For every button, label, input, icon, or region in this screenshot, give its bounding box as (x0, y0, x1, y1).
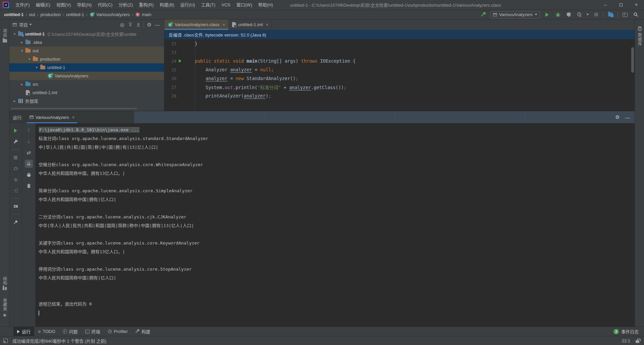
menu-item-4[interactable]: 代码(C) (95, 0, 115, 10)
menu-item-3[interactable]: 导航(N) (74, 0, 95, 10)
close-icon[interactable]: × (72, 115, 75, 120)
coverage-button[interactable] (565, 11, 572, 18)
profiler-chevron-icon[interactable] (586, 14, 589, 15)
bottom-bar-item-构建[interactable]: 构建 (131, 327, 154, 336)
rerun-button[interactable] (12, 127, 20, 135)
run-tab[interactable]: VariousAnalyzers × (27, 111, 77, 123)
chevron-expanded-icon[interactable]: ▾ (19, 49, 25, 53)
horizontal-scrollbar[interactable] (11, 108, 137, 109)
bottom-bar-item-运行[interactable]: 运行 (13, 327, 34, 336)
menu-item-9[interactable]: 工具(T) (198, 0, 218, 10)
tool-window-toggle-icon[interactable] (3, 339, 8, 343)
editor-tab-VariousAnalyzers.class[interactable]: VariousAnalyzers.class× (164, 19, 229, 30)
run-button[interactable] (543, 11, 551, 18)
dump-threads-button[interactable] (12, 164, 20, 172)
breadcrumb-item-untitled-1[interactable]: untitled-1 (4, 12, 24, 17)
menu-item-0[interactable]: 文件(F) (12, 0, 33, 10)
project-structure-icon[interactable] (607, 11, 614, 18)
settings-gear-icon[interactable]: ⚙ (145, 21, 153, 28)
code-line-26: 26 analyzer = new StandardAnalyzer(); (164, 74, 635, 83)
menu-item-5[interactable]: 分析(Z) (115, 0, 136, 10)
close-button[interactable]: × (629, 0, 644, 10)
tree-row-外部库[interactable]: ▸外部库 (9, 97, 164, 105)
edit-configuration-button[interactable] (12, 138, 20, 146)
chevron-collapsed-icon[interactable]: ▸ (12, 99, 17, 103)
bottom-bar-item-终端[interactable]: >_终端 (82, 327, 104, 336)
console-output[interactable]: F:\java8\jdk1.8.0_181\bin\java.exe ...标准… (36, 123, 635, 327)
print-button[interactable] (25, 171, 33, 179)
stripe-tab-database[interactable]: 数据库 (635, 26, 644, 46)
menu-item-11[interactable]: 窗口(W) (233, 0, 255, 10)
tree-row-out[interactable]: ▾out (9, 47, 164, 55)
stop-button[interactable] (592, 11, 600, 18)
tree-label: src (33, 82, 38, 87)
tree-row-src[interactable]: ▸src (9, 80, 164, 88)
tree-row-untitled-1[interactable]: ▾untitled-1 (9, 63, 164, 72)
editor-scrollbar[interactable] (631, 47, 634, 73)
chevron-down-icon[interactable] (29, 24, 32, 25)
chevron-collapsed-icon[interactable]: ▸ (19, 40, 25, 45)
caret-position[interactable]: 22:1 (622, 338, 630, 343)
hide-panel-icon[interactable]: — (153, 21, 161, 28)
menu-item-6[interactable]: 重构(R) (136, 0, 157, 10)
stripe-tab-structure[interactable]: 结构 (0, 277, 9, 290)
profiler-button[interactable] (576, 11, 583, 18)
chevron-collapsed-icon[interactable]: ▸ (19, 82, 25, 86)
editor-tab-untitled-1.iml[interactable]: untitled-1.iml× (229, 19, 272, 30)
stripe-tab-project[interactable]: 项目 (0, 29, 9, 43)
unlock-icon[interactable] (636, 340, 639, 343)
restart-debug-button[interactable] (12, 176, 20, 184)
exit-button[interactable] (12, 187, 20, 195)
run-configuration-select[interactable]: VariousAnalyzers (490, 11, 540, 18)
close-icon[interactable]: × (222, 22, 225, 27)
layout-settings-button[interactable] (12, 202, 20, 210)
menu-item-10[interactable]: VCS (218, 0, 233, 10)
tree-row-VariousAnalyzers[interactable]: VariousAnalyzers (9, 72, 164, 80)
soft-wrap-button[interactable]: ⇄ (25, 149, 33, 157)
maximize-button[interactable] (613, 0, 629, 10)
menu-item-1[interactable]: 编辑(E) (33, 0, 53, 10)
menu-bar: 文件(F)编辑(E)视图(V)导航(N)代码(C)分析(Z)重构(R)构建(B)… (12, 0, 276, 10)
settings-gear-icon[interactable]: ⚙ (614, 114, 621, 120)
minimize-button[interactable]: – (598, 0, 613, 10)
tree-row-.idea[interactable]: ▸.idea (9, 38, 164, 47)
breadcrumb-item-out[interactable]: out (29, 12, 35, 17)
bottom-bar-item-TODO[interactable]: ≡TODO (34, 327, 59, 336)
tree-row-untitled-1.iml[interactable]: untitled-1.iml (9, 88, 164, 97)
breadcrumb-item-main[interactable]: main (135, 12, 151, 17)
build-hammer-icon[interactable] (480, 11, 487, 18)
breadcrumb-item-untitled-1[interactable]: untitled-1 (66, 12, 84, 17)
breadcrumb-item-production[interactable]: production (41, 12, 61, 17)
run-anything-button[interactable] (621, 11, 629, 18)
hide-panel-icon[interactable]: — (624, 115, 631, 120)
stop-button-disabled[interactable] (12, 153, 20, 161)
breadcrumb-item-VariousAnalyzers[interactable]: VariousAnalyzers (90, 12, 130, 17)
menu-item-12[interactable]: 帮助(H) (255, 0, 276, 10)
menu-item-7[interactable]: 构建(B) (157, 0, 177, 10)
expand-all-icon[interactable] (126, 21, 134, 28)
search-everywhere-button[interactable] (632, 11, 639, 18)
chevron-expanded-icon[interactable]: ▾ (34, 65, 40, 70)
down-stacktrace-button[interactable]: ↓ (25, 138, 33, 146)
up-stacktrace-button[interactable]: ↑ (25, 127, 33, 135)
locate-file-icon[interactable]: ◎ (118, 21, 126, 28)
event-log-button[interactable]: 3 事件日志 (613, 327, 644, 336)
clear-console-button[interactable] (25, 182, 33, 190)
bottom-bar-item-问题[interactable]: !问题 (59, 327, 82, 336)
debug-button[interactable] (554, 11, 561, 18)
chevron-expanded-icon[interactable]: ▾ (26, 57, 32, 61)
close-icon[interactable]: × (266, 22, 269, 27)
bottom-bar-item-Profiler[interactable]: Profiler (104, 327, 131, 336)
tree-row-untitled-1[interactable]: ▾untitled-1C:\Users\15749\Desktop\实验\全文检… (9, 30, 164, 38)
tree-row-production[interactable]: ▾production (9, 55, 164, 63)
chevron-expanded-icon[interactable]: ▾ (12, 32, 17, 36)
collapse-all-icon[interactable] (134, 21, 142, 28)
run-line-icon[interactable] (176, 59, 184, 63)
stripe-tab-favorites[interactable]: 收藏夹 ★ (0, 298, 9, 318)
project-panel-title[interactable]: 项目 (19, 21, 28, 28)
code-editor[interactable]: 22 }2324 public static void main(String[… (164, 39, 635, 111)
menu-item-2[interactable]: 视图(V) (53, 0, 74, 10)
menu-item-8[interactable]: 运行(U) (177, 0, 198, 10)
pin-tab-button[interactable] (12, 218, 20, 226)
scroll-to-end-button[interactable]: ⇊ (25, 160, 33, 168)
